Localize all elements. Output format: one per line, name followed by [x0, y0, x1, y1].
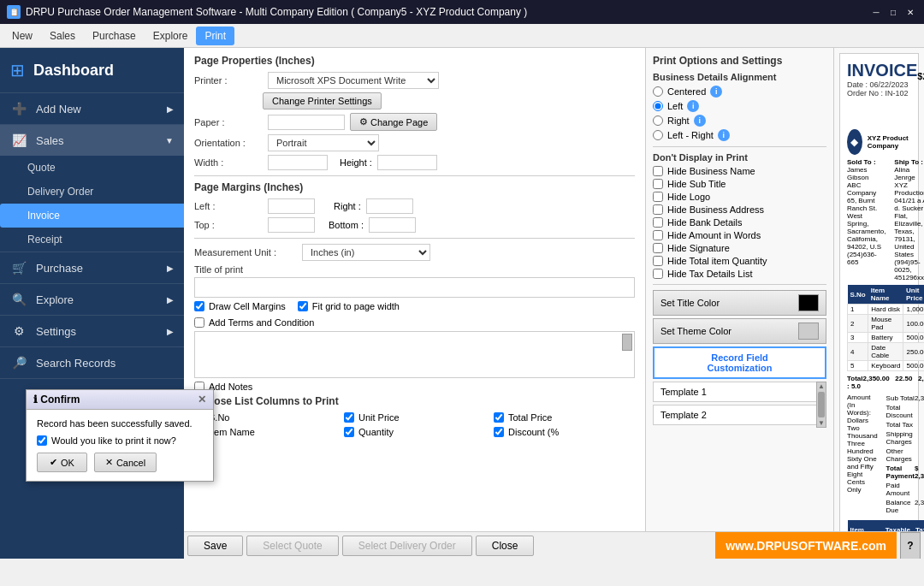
radio-centered[interactable] — [653, 86, 663, 97]
hide-bank-details-row: Hide Bank Details — [653, 217, 826, 228]
sidebar-item-purchase[interactable]: 🛒 Purchase ▶ — [0, 252, 184, 283]
radio-right-label: Right — [667, 115, 690, 126]
hide-sub-title-label: Hide Sub Title — [667, 179, 726, 189]
col-quantity-checkbox[interactable] — [344, 427, 354, 437]
change-printer-button[interactable]: Change Printer Settings — [263, 92, 382, 110]
draw-cell-margins-checkbox[interactable] — [194, 301, 204, 311]
set-theme-color-label: Set Theme Color — [660, 326, 732, 336]
sold-to-address: James Gibson ABC Company 65, Burnt Ranch… — [847, 166, 886, 266]
hide-bank-details-label: Hide Bank Details — [667, 217, 742, 228]
hide-logo-row: Hide Logo — [653, 192, 826, 202]
maximize-button[interactable]: □ — [886, 5, 900, 19]
template-scroll-thumb[interactable] — [818, 392, 825, 417]
orientation-select[interactable]: Portrait — [268, 134, 379, 151]
help-button[interactable]: ? — [900, 532, 921, 559]
paper-input[interactable]: A4 — [268, 115, 345, 130]
set-title-color-button[interactable]: Set Title Color — [653, 290, 826, 316]
hide-tax-list-cb[interactable] — [653, 269, 663, 279]
printer-select[interactable]: Microsoft XPS Document Write — [268, 72, 439, 89]
right-info-icon[interactable]: i — [694, 115, 706, 127]
template2-button[interactable]: Template 2 — [653, 405, 826, 425]
change-page-button[interactable]: ⚙ Change Page — [350, 113, 437, 131]
radio-centered-row: Centered i — [653, 86, 826, 98]
template-scroll-down[interactable]: ▼ — [818, 419, 825, 427]
printer-label: Printer : — [194, 75, 263, 86]
radio-right[interactable] — [653, 115, 663, 126]
hide-amount-words-cb[interactable] — [653, 230, 663, 240]
draw-cell-margins-row: Draw Cell Margins — [194, 301, 286, 311]
width-label: Width : — [194, 157, 263, 168]
print-title-input[interactable]: INVOICE — [194, 277, 635, 298]
add-terms-checkbox[interactable] — [194, 317, 204, 328]
hide-business-name-cb[interactable] — [653, 166, 663, 176]
fit-grid-row: Fit grid to page width — [298, 301, 400, 311]
col-total-price-checkbox[interactable] — [494, 412, 504, 423]
col-sno-row: S.No — [194, 412, 335, 423]
hide-business-address-cb[interactable] — [653, 204, 663, 215]
print-options-panel: Print Options and Settings Business Deta… — [646, 48, 834, 531]
sidebar-item-add-new[interactable]: ➕ Add New ▶ — [0, 93, 184, 124]
col-discount-checkbox[interactable] — [494, 427, 504, 437]
hide-total-qty-row: Hide Total item Quantity — [653, 256, 826, 266]
menu-sales[interactable]: Sales — [41, 27, 84, 45]
sidebar-item-search[interactable]: 🔎 Search Records — [0, 347, 184, 378]
hide-logo-label: Hide Logo — [667, 192, 710, 202]
set-theme-color-button[interactable]: Set Theme Color — [653, 318, 826, 344]
minimize-button[interactable]: ─ — [869, 5, 883, 19]
left-info-icon[interactable]: i — [687, 100, 699, 112]
hide-sub-title-cb[interactable] — [653, 179, 663, 189]
hide-logo-cb[interactable] — [653, 192, 663, 202]
scroll-thumb[interactable] — [622, 334, 632, 351]
select-delivery-button[interactable]: Select Delivery Order — [342, 536, 472, 556]
right-margin-input[interactable]: 1 — [366, 198, 413, 214]
record-field-button[interactable]: Record FieldCustomization — [653, 346, 826, 379]
centered-info-icon[interactable]: i — [710, 86, 722, 98]
confirm-ok-button[interactable]: ✔ OK — [37, 453, 87, 472]
ship-to-title: Ship To : — [894, 158, 924, 166]
hide-total-qty-cb[interactable] — [653, 256, 663, 266]
close-bottom-button[interactable]: Close — [476, 536, 535, 556]
radio-left-right-label: Left - Right — [667, 130, 714, 140]
sidebar-sub-invoice[interactable]: Invoice — [0, 204, 184, 228]
table-row: 3Battery500.001.00500.000.000.00505.00 — [848, 333, 925, 343]
close-button[interactable]: ✕ — [903, 5, 917, 19]
hide-bank-details-cb[interactable] — [653, 217, 663, 228]
brand-label: www.DRPUSOFTWARE.com — [715, 532, 897, 559]
hide-signature-cb[interactable] — [653, 243, 663, 253]
col-unit-price-checkbox[interactable] — [344, 412, 354, 423]
radio-left-right[interactable] — [653, 130, 663, 140]
bottom-margin-input[interactable]: 1 — [369, 217, 416, 233]
table-cell: 5 — [848, 361, 868, 371]
select-quote-button[interactable]: Select Quote — [246, 536, 338, 556]
title-color-swatch — [798, 294, 819, 311]
draw-area — [194, 331, 635, 378]
radio-left[interactable] — [653, 101, 663, 111]
left-margin-input[interactable]: 1 — [268, 198, 315, 214]
sidebar-item-explore[interactable]: 🔍 Explore ▶ — [0, 284, 184, 315]
amount-words: Amount (In Words):Dollars Two Thousand T… — [847, 394, 878, 515]
hide-signature-label: Hide Signature — [667, 243, 730, 253]
menu-new[interactable]: New — [3, 27, 41, 45]
template1-button[interactable]: Template 1 — [653, 382, 826, 402]
template-scroll-up[interactable]: ▲ — [818, 382, 825, 390]
sidebar-sub-delivery[interactable]: Delivery Order — [0, 180, 184, 204]
col-item-name-row: Item Name — [194, 427, 335, 437]
menu-print[interactable]: Print — [196, 27, 234, 45]
confirm-close-button[interactable]: ✕ — [198, 394, 206, 405]
top-margin-input[interactable]: 1 — [268, 217, 315, 233]
height-input[interactable]: 11.69 — [377, 155, 437, 170]
fit-grid-checkbox[interactable] — [298, 301, 308, 311]
sidebar-sub-quote[interactable]: Quote — [0, 156, 184, 180]
measurement-select[interactable]: Inches (in) — [302, 244, 430, 261]
sidebar-title: Dashboard — [33, 62, 114, 80]
width-input[interactable]: 8.27 — [268, 155, 328, 170]
sidebar-item-sales[interactable]: 📈 Sales ▼ — [0, 125, 184, 156]
sidebar-sub-receipt[interactable]: Receipt — [0, 228, 184, 252]
left-right-info-icon[interactable]: i — [718, 129, 730, 141]
save-button[interactable]: Save — [187, 536, 243, 556]
menu-purchase[interactable]: Purchase — [84, 27, 145, 45]
sidebar-item-settings[interactable]: ⚙ Settings ▶ — [0, 316, 184, 346]
menu-explore[interactable]: Explore — [145, 27, 197, 45]
confirm-cancel-button[interactable]: ✕ Cancel — [94, 453, 157, 472]
confirm-print-checkbox[interactable] — [37, 435, 47, 446]
